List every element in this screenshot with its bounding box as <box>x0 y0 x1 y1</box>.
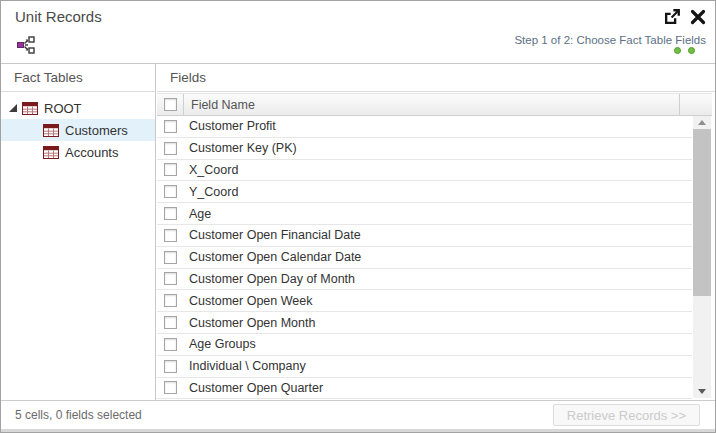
table-row[interactable]: Customer Open Month <box>157 312 692 334</box>
row-checkbox[interactable] <box>164 251 177 264</box>
row-checkbox[interactable] <box>164 360 177 373</box>
field-name-label: Individual \ Company <box>189 359 306 373</box>
tree-item-label: Accounts <box>65 145 118 160</box>
row-checkbox[interactable] <box>164 163 177 176</box>
table-row[interactable]: Age Groups <box>157 334 692 356</box>
fact-tables-panel: Fact Tables ROOT <box>1 64 156 400</box>
selection-status-text: 5 cells, 0 fields selected <box>15 408 142 422</box>
table-row[interactable]: Customer Open Quarter <box>157 378 692 399</box>
field-name-label: Customer Open Calendar Date <box>189 250 361 264</box>
scrollbar-thumb[interactable] <box>693 129 711 296</box>
table-icon <box>22 102 38 115</box>
tree-item-label: ROOT <box>44 101 82 116</box>
field-name-label: X_Coord <box>189 163 238 177</box>
row-checkbox[interactable] <box>164 207 177 220</box>
row-checkbox[interactable] <box>164 316 177 329</box>
row-checkbox[interactable] <box>164 142 177 155</box>
table-icon <box>43 124 59 137</box>
dialog-bottom-edge <box>1 429 715 432</box>
row-checkbox[interactable] <box>164 381 177 394</box>
field-name-label: Customer Open Financial Date <box>189 228 361 242</box>
open-in-new-window-icon[interactable] <box>663 8 681 26</box>
fact-tables-header: Fact Tables <box>1 64 155 92</box>
field-name-column-header: Field Name <box>184 94 679 115</box>
row-checkbox[interactable] <box>164 185 177 198</box>
triangle-up-icon <box>698 120 706 125</box>
field-name-label: Customer Key (PK) <box>189 141 297 155</box>
field-name-label: Customer Profit <box>189 119 276 133</box>
field-name-label: Age <box>189 207 211 221</box>
table-icon <box>43 146 59 159</box>
caret-expanded-icon[interactable] <box>8 103 18 113</box>
table-row[interactable]: Customer Open Day of Month <box>157 269 692 291</box>
retrieve-records-button[interactable]: Retrieve Records >> <box>553 404 700 426</box>
step-indicator-dots <box>674 47 695 54</box>
fields-scrollbar[interactable] <box>693 116 711 398</box>
dialog-body: Fact Tables ROOT <box>1 63 715 400</box>
grid-header-spacer <box>679 94 712 115</box>
select-all-cell <box>157 94 184 115</box>
fact-tables-tree: ROOT Customers Accou <box>1 92 155 163</box>
row-checkbox[interactable] <box>164 272 177 285</box>
dialog-title: Unit Records <box>15 8 102 25</box>
row-checkbox[interactable] <box>164 229 177 242</box>
field-name-label: Age Groups <box>189 337 256 351</box>
row-checkbox[interactable] <box>164 338 177 351</box>
table-row[interactable]: Y_Coord <box>157 181 692 203</box>
triangle-down-icon <box>698 389 706 394</box>
step-dot <box>674 47 681 54</box>
fields-rows: Customer Profit Customer Key (PK) X_Coor… <box>157 116 692 399</box>
row-checkbox[interactable] <box>164 294 177 307</box>
scroll-down-button[interactable] <box>693 385 711 398</box>
table-row[interactable]: X_Coord <box>157 160 692 182</box>
field-name-label: Y_Coord <box>189 185 238 199</box>
table-row[interactable]: Customer Open Week <box>157 290 692 312</box>
field-name-label: Customer Open Quarter <box>189 381 323 395</box>
unit-records-dialog: Unit Records Step 1 of 2: Choose Fact Ta… <box>0 0 716 433</box>
close-icon[interactable] <box>689 8 707 26</box>
table-row[interactable]: Customer Open Financial Date <box>157 225 692 247</box>
fields-header: Fields <box>157 64 715 92</box>
field-name-label: Customer Open Month <box>189 316 315 330</box>
field-name-label: Customer Open Day of Month <box>189 272 355 286</box>
tree-item-customers[interactable]: Customers <box>1 119 155 141</box>
field-name-label: Customer Open Week <box>189 294 312 308</box>
table-row[interactable]: Age <box>157 203 692 225</box>
step-dot <box>688 47 695 54</box>
scroll-up-button[interactable] <box>693 116 711 129</box>
select-all-checkbox[interactable] <box>164 98 177 111</box>
status-bar: 5 cells, 0 fields selected Retrieve Reco… <box>1 400 715 429</box>
table-row[interactable]: Customer Open Calendar Date <box>157 247 692 269</box>
row-checkbox[interactable] <box>164 120 177 133</box>
fields-grid-header: Field Name <box>157 93 712 116</box>
tree-item-root[interactable]: ROOT <box>1 97 155 119</box>
tree-structure-icon[interactable] <box>16 35 36 55</box>
tree-item-label: Customers <box>65 123 128 138</box>
fields-panel: Fields Field Name Customer Profit Custom… <box>157 64 715 400</box>
table-row[interactable]: Customer Profit <box>157 116 692 138</box>
table-row[interactable]: Individual \ Company <box>157 356 692 378</box>
tree-item-accounts[interactable]: Accounts <box>1 141 155 163</box>
step-indicator-label: Step 1 of 2: Choose Fact Table Fields <box>514 34 706 46</box>
table-row[interactable]: Customer Key (PK) <box>157 138 692 160</box>
